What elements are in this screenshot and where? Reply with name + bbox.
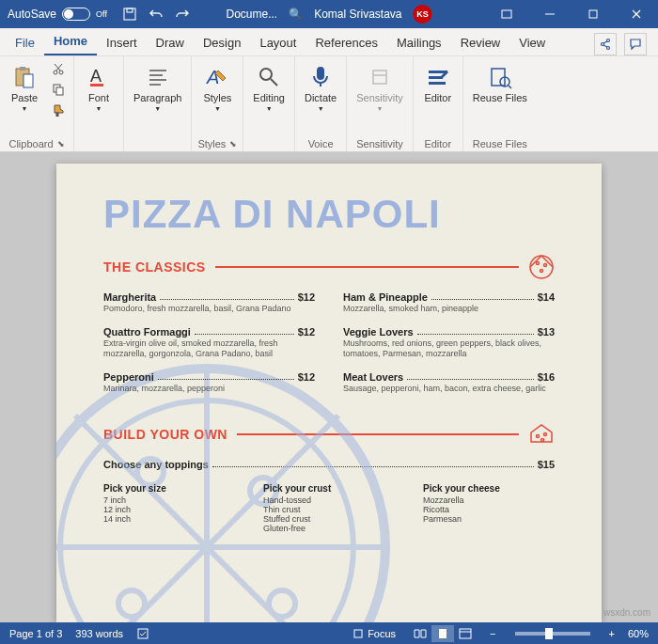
tab-review[interactable]: Review (451, 30, 510, 55)
svg-point-14 (59, 71, 63, 74)
group-font: A Font▼ (74, 56, 124, 151)
window-controls (485, 0, 658, 28)
doc-name[interactable]: Docume... (226, 8, 277, 21)
zoom-in-button[interactable]: + (609, 628, 615, 639)
svg-point-52 (541, 438, 544, 441)
restaurant-title: PIZZA DI NAPOLI (103, 192, 555, 237)
group-paragraph: Paragraph▼ (124, 56, 192, 151)
section-classics: THE CLASSICS (103, 254, 555, 280)
toggle-icon (62, 8, 90, 21)
editing-button[interactable]: Editing▼ (249, 60, 289, 116)
autosave-toggle[interactable]: AutoSave Off (0, 8, 115, 21)
zoom-slider[interactable] (515, 632, 590, 636)
svg-rect-53 (138, 629, 148, 638)
font-icon: A (86, 64, 112, 90)
comments-button[interactable] (624, 33, 647, 55)
zoom-level[interactable]: 60% (628, 628, 649, 639)
chevron-down-icon: ▼ (318, 105, 324, 112)
tab-draw[interactable]: Draw (147, 30, 194, 55)
focus-mode[interactable]: Focus (352, 628, 396, 639)
tab-file[interactable]: File (6, 30, 44, 55)
svg-rect-55 (439, 629, 446, 638)
tab-design[interactable]: Design (194, 30, 250, 55)
menu-item: Pepperoni $12Marinara, mozzarella, peppe… (103, 371, 315, 395)
pizza-slice-icon (528, 254, 555, 280)
document-page[interactable]: PIZZA DI NAPOLI THE CLASSICS Margherita … (56, 164, 602, 622)
ribbon-tabs: File Home Insert Draw Design Layout Refe… (0, 28, 658, 56)
tab-mailings[interactable]: Mailings (387, 30, 451, 55)
styles-launcher[interactable]: ⬊ (229, 139, 237, 149)
reuse-files-icon (487, 64, 513, 90)
tab-references[interactable]: References (306, 30, 386, 55)
styles-button[interactable]: A Styles▼ (198, 60, 236, 116)
user-avatar[interactable]: KS (414, 5, 432, 24)
svg-rect-1 (127, 8, 133, 12)
group-clipboard: Paste ▼ Clipboard⬊ (0, 56, 74, 151)
tab-insert[interactable]: Insert (97, 30, 147, 55)
word-count[interactable]: 393 words (75, 628, 123, 639)
maximize-button[interactable] (572, 0, 615, 28)
search-icon[interactable]: 🔍 (289, 8, 303, 21)
group-sensitivity: Sensitivity▼ Sensitivity (347, 56, 414, 151)
tab-home[interactable]: Home (44, 28, 97, 55)
zoom-out-button[interactable]: − (490, 628, 495, 639)
editor-button[interactable]: Editor (419, 60, 457, 107)
ribbon-display-button[interactable] (485, 0, 528, 28)
sensitivity-icon (367, 64, 393, 90)
close-button[interactable] (615, 0, 658, 28)
tab-view[interactable]: View (509, 30, 555, 55)
redo-icon[interactable] (175, 7, 190, 22)
svg-rect-2 (502, 10, 511, 18)
save-icon[interactable] (122, 7, 137, 22)
svg-rect-19 (90, 84, 103, 86)
svg-point-9 (607, 47, 610, 50)
sensitivity-button[interactable]: Sensitivity▼ (352, 60, 407, 116)
web-layout-button[interactable] (454, 625, 477, 642)
document-title-area: Docume... 🔍 Komal Srivastava KS (226, 5, 431, 24)
group-voice: Dictate▼ Voice (295, 56, 347, 151)
spell-check-icon[interactable] (136, 627, 149, 640)
undo-icon[interactable] (149, 7, 164, 22)
user-name: Komal Srivastava (314, 8, 401, 21)
cheese-icon (528, 421, 555, 448)
svg-point-25 (260, 69, 272, 80)
menu-item: Quattro Formaggi $12Extra-virgin olive o… (103, 326, 315, 360)
share-button[interactable] (594, 33, 617, 55)
svg-rect-12 (24, 74, 33, 87)
paragraph-button[interactable]: Paragraph▼ (130, 60, 185, 116)
dictate-button[interactable]: Dictate▼ (301, 60, 340, 116)
title-bar: AutoSave Off Docume... 🔍 Komal Srivastav… (0, 0, 658, 28)
byo-column: Pick your size7 inch12 inch14 inch (103, 483, 235, 533)
svg-text:A: A (90, 67, 102, 86)
paste-button[interactable]: Paste ▼ (6, 60, 43, 116)
svg-point-50 (537, 434, 540, 437)
cut-button[interactable] (49, 60, 68, 77)
minimize-button[interactable] (528, 0, 572, 28)
status-bar: Page 1 of 3 393 words Focus − + 60% (0, 622, 658, 644)
copy-button[interactable] (49, 81, 68, 98)
document-canvas[interactable]: PIZZA DI NAPOLI THE CLASSICS Margherita … (0, 152, 658, 622)
svg-rect-28 (373, 71, 386, 84)
group-styles: A Styles▼ Styles⬊ (192, 56, 243, 151)
svg-rect-31 (429, 76, 443, 79)
print-layout-button[interactable] (431, 625, 454, 642)
svg-point-8 (602, 43, 604, 46)
styles-icon: A (204, 64, 230, 90)
autosave-state: Off (96, 9, 107, 19)
format-painter-button[interactable] (49, 102, 68, 118)
menu-item: Ham & Pineapple $14Mozzarella, smoked ha… (343, 291, 555, 315)
svg-rect-27 (318, 68, 323, 79)
svg-point-46 (530, 256, 553, 278)
reuse-files-button[interactable]: Reuse Files (469, 60, 531, 107)
clipboard-launcher[interactable]: ⬊ (57, 139, 65, 149)
svg-point-51 (544, 432, 547, 435)
tab-layout[interactable]: Layout (250, 30, 306, 55)
read-mode-button[interactable] (409, 625, 431, 642)
editor-icon (425, 64, 451, 90)
svg-rect-17 (56, 113, 58, 117)
font-button[interactable]: A Font▼ (80, 60, 118, 116)
svg-rect-0 (124, 8, 135, 20)
page-indicator[interactable]: Page 1 of 3 (9, 628, 62, 639)
svg-point-44 (118, 590, 145, 617)
group-reuse-files: Reuse Files Reuse Files (463, 56, 537, 151)
